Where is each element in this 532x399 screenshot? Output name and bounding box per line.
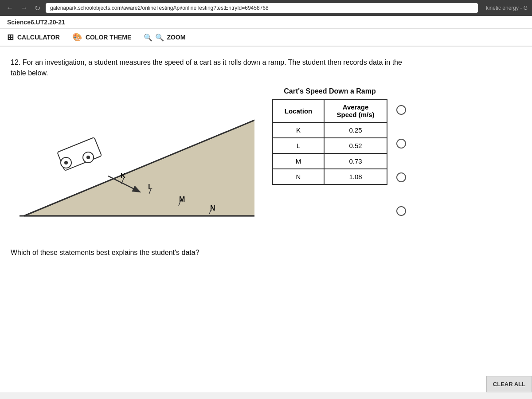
- cell-location-m: M: [273, 153, 324, 169]
- data-table: Location AverageSpeed (m/s) K 0.25 L 0.5…: [272, 99, 387, 185]
- cell-location-l: L: [273, 138, 324, 153]
- tab-right-label: kinetic energy - G: [486, 5, 528, 11]
- table-title: Cart's Speed Down a Ramp: [272, 87, 387, 95]
- forward-button[interactable]: →: [19, 2, 29, 14]
- svg-text:L: L: [148, 183, 153, 191]
- bottom-section: Which of these statements best explains …: [11, 249, 521, 257]
- table-row: M 0.73: [273, 153, 387, 169]
- clear-all-button[interactable]: CLEAR ALL: [486, 376, 532, 392]
- refresh-button[interactable]: ↻: [33, 2, 42, 14]
- svg-point-6: [64, 161, 68, 164]
- zoom-out-icon[interactable]: 🔍: [144, 33, 153, 42]
- browser-chrome: ← → ↻ galenapark.schoolobjects.com/aware…: [0, 0, 532, 16]
- cell-speed-k: 0.25: [324, 122, 387, 138]
- radio-option-d[interactable]: [396, 206, 406, 216]
- zoom-label: ZOOM: [167, 34, 185, 41]
- radio-option-b[interactable]: [396, 139, 406, 149]
- table-area: Cart's Speed Down a Ramp Location Averag…: [272, 87, 387, 185]
- question-number: 12.: [11, 59, 20, 66]
- ramp-diagram: K L M N: [11, 87, 254, 238]
- back-button[interactable]: ←: [4, 2, 15, 14]
- color-theme-label: COLOR THEME: [86, 34, 131, 41]
- table-row: N 1.08: [273, 169, 387, 184]
- which-text: Which of these statements best explains …: [11, 249, 200, 257]
- col-speed: AverageSpeed (m/s): [324, 99, 387, 122]
- calculator-tool[interactable]: ⊞ CALCULATOR: [7, 32, 60, 42]
- top-bar: Science6.UT2.20-21: [0, 16, 532, 29]
- svg-point-8: [86, 156, 90, 159]
- col-location: Location: [273, 99, 324, 122]
- toolbar: ⊞ CALCULATOR 🎨 COLOR THEME 🔍 🔍 ZOOM: [0, 29, 532, 47]
- calculator-icon: ⊞: [7, 32, 14, 42]
- question-body: For an investigation, a student measures…: [11, 59, 402, 77]
- cell-speed-m: 0.73: [324, 153, 387, 169]
- zoom-tool: 🔍 🔍 ZOOM: [144, 33, 185, 42]
- diagram-area: K L M N: [11, 87, 254, 238]
- color-theme-tool[interactable]: 🎨 COLOR THEME: [72, 32, 131, 42]
- cell-location-n: N: [273, 169, 324, 184]
- test-title: Science6.UT2.20-21: [7, 19, 65, 26]
- radio-option-c[interactable]: [396, 172, 406, 182]
- table-header-row: Location AverageSpeed (m/s): [273, 99, 387, 122]
- main-content: 12. For an investigation, a student meas…: [0, 47, 532, 392]
- radio-options-column: [396, 105, 406, 216]
- color-theme-icon: 🎨: [72, 32, 82, 42]
- cell-location-k: K: [273, 122, 324, 138]
- zoom-in-icon[interactable]: 🔍: [155, 33, 164, 42]
- address-bar[interactable]: galenapark.schoolobjects.com/aware2/onli…: [46, 3, 478, 13]
- content-row: K L M N Cart's Speed Down a R: [11, 87, 521, 238]
- svg-text:N: N: [210, 204, 215, 212]
- radio-option-a[interactable]: [396, 105, 406, 115]
- svg-text:K: K: [121, 172, 126, 180]
- table-row: L 0.52: [273, 138, 387, 153]
- calculator-label: CALCULATOR: [17, 34, 60, 41]
- question-text: 12. For an investigation, a student meas…: [11, 57, 410, 78]
- cell-speed-n: 1.08: [324, 169, 387, 184]
- cell-speed-l: 0.52: [324, 138, 387, 153]
- table-radio-area: Cart's Speed Down a Ramp Location Averag…: [272, 87, 406, 216]
- table-row: K 0.25: [273, 122, 387, 138]
